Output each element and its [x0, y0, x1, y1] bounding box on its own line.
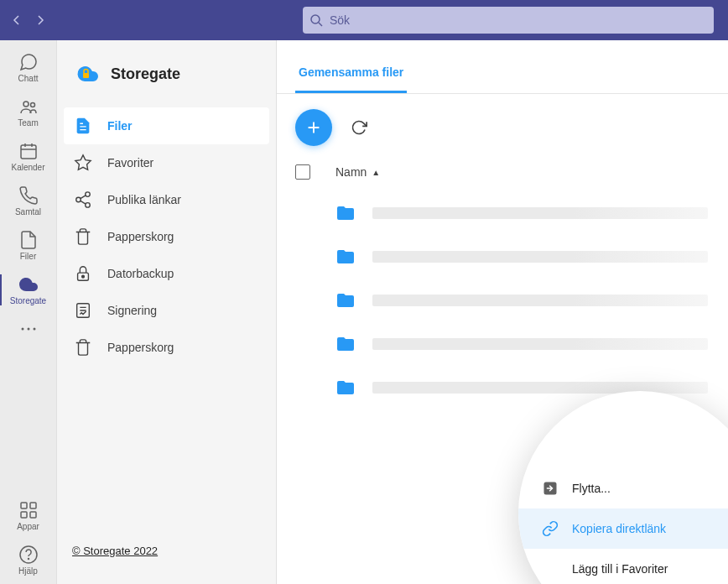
- back-button[interactable]: [7, 10, 27, 30]
- table-header: Namn ▲: [277, 159, 728, 188]
- context-item-label: Lägg till i Favoriter: [572, 562, 668, 576]
- column-name-label: Namn: [335, 165, 367, 179]
- forward-button[interactable]: [30, 10, 50, 30]
- chat-icon: [18, 52, 39, 72]
- context-add-favorite[interactable]: Lägg till i Favoriter: [518, 549, 728, 584]
- rail-storegate[interactable]: Storegate: [0, 269, 56, 314]
- context-move[interactable]: Flytta...: [518, 468, 728, 508]
- rail-team[interactable]: Team: [0, 91, 56, 136]
- phone-icon: [18, 185, 39, 206]
- sidebar-item-label: Papperskorg: [107, 230, 174, 243]
- content-tabs: Gemensamma filer: [277, 40, 728, 94]
- context-copy-link[interactable]: Kopiera direktlänk: [518, 508, 728, 549]
- rail-label: Hjälp: [18, 566, 38, 576]
- svg-point-6: [33, 328, 35, 331]
- search-icon: [309, 13, 323, 27]
- table-row[interactable]: [277, 235, 728, 279]
- add-button[interactable]: [295, 109, 332, 146]
- select-all-checkbox[interactable]: [295, 164, 310, 180]
- rail-calls[interactable]: Samtal: [0, 180, 56, 225]
- search-box[interactable]: [303, 7, 714, 34]
- content-toolbar: [277, 94, 728, 159]
- sidebar-item-trash-2[interactable]: Papperskorg: [64, 329, 269, 366]
- sidebar-item-favorites[interactable]: Favoriter: [64, 144, 269, 181]
- rail-label: Team: [18, 118, 38, 128]
- history-nav: [7, 10, 50, 30]
- svg-rect-13: [83, 73, 89, 78]
- rail-label: Chatt: [18, 74, 39, 83]
- context-item-label: Kopiera direktlänk: [572, 522, 666, 535]
- rail-files[interactable]: Filer: [0, 225, 56, 269]
- svg-point-0: [311, 15, 320, 23]
- table-row[interactable]: [277, 279, 728, 322]
- svg-rect-3: [21, 145, 36, 159]
- file-icon: [18, 230, 39, 250]
- help-icon: [18, 545, 39, 565]
- rail-apps[interactable]: Appar: [0, 495, 56, 540]
- svg-rect-8: [30, 503, 36, 508]
- sidebar-item-label: Publika länkar: [107, 193, 181, 206]
- rail-label: Appar: [17, 522, 39, 531]
- titlebar: [0, 0, 728, 40]
- sidebar-item-files[interactable]: Filer: [64, 107, 269, 144]
- refresh-button[interactable]: [347, 116, 371, 139]
- svg-point-5: [27, 328, 29, 331]
- refresh-icon: [351, 119, 367, 136]
- star-icon: [74, 154, 92, 172]
- rail-more[interactable]: [0, 314, 56, 347]
- rail-chat[interactable]: Chatt: [0, 47, 56, 91]
- sign-icon: [74, 301, 92, 320]
- rail-label: Storegate: [10, 296, 46, 305]
- filename-placeholder: [372, 338, 708, 350]
- lock-icon: [74, 264, 92, 283]
- svg-rect-7: [21, 503, 27, 508]
- svg-point-17: [86, 203, 91, 208]
- sidebar-item-backup[interactable]: Datorbackup: [64, 255, 269, 292]
- table-row[interactable]: [277, 322, 728, 366]
- sort-asc-icon: ▲: [372, 168, 380, 177]
- document-icon: [74, 117, 92, 135]
- folder-icon: [335, 203, 356, 223]
- sidebar-item-label: Favoriter: [107, 156, 153, 169]
- sidebar-item-trash[interactable]: Papperskorg: [64, 218, 269, 255]
- side-panel: Storegate Filer Favoriter Publika länkar…: [57, 40, 277, 584]
- sidebar-item-label: Datorbackup: [107, 267, 174, 280]
- app-rail: Chatt Team Kalender Samtal Filer Storega…: [0, 40, 57, 584]
- svg-point-4: [21, 328, 23, 331]
- rail-calendar[interactable]: Kalender: [0, 136, 56, 180]
- rail-help[interactable]: Hjälp: [0, 540, 56, 584]
- move-icon: [542, 480, 559, 497]
- rail-label: Samtal: [15, 207, 41, 216]
- chevron-left-icon: [10, 13, 23, 27]
- plus-icon: [304, 118, 323, 137]
- sidebar-item-label: Papperskorg: [107, 341, 174, 354]
- share-icon: [74, 190, 92, 209]
- footer-copyright[interactable]: © Storegate 2022: [57, 545, 276, 571]
- cloud-icon: [18, 274, 39, 295]
- folder-icon: [335, 290, 356, 310]
- svg-rect-10: [30, 512, 36, 518]
- svg-point-15: [86, 192, 91, 197]
- sidebar-item-signing[interactable]: Signering: [64, 292, 269, 329]
- rail-label: Filer: [20, 252, 36, 261]
- table-row[interactable]: [277, 191, 728, 235]
- context-item-label: Flytta...: [572, 482, 611, 495]
- search-input[interactable]: [330, 13, 707, 27]
- filename-placeholder: [372, 295, 708, 306]
- trash-icon: [74, 227, 92, 246]
- sidebar-item-label: Signering: [107, 304, 157, 317]
- chevron-right-icon: [34, 13, 47, 27]
- column-name[interactable]: Namn ▲: [335, 165, 380, 179]
- filename-placeholder: [372, 251, 708, 263]
- sidebar-item-label: Filer: [107, 119, 133, 133]
- sidebar-item-public-links[interactable]: Publika länkar: [64, 181, 269, 218]
- more-icon: [18, 319, 39, 339]
- tab-shared-files[interactable]: Gemensamma filer: [295, 59, 407, 93]
- svg-point-16: [76, 197, 81, 202]
- trash-icon: [74, 338, 92, 357]
- storegate-logo-icon: [72, 60, 99, 87]
- svg-point-1: [23, 102, 29, 107]
- svg-marker-14: [75, 155, 91, 169]
- svg-point-12: [28, 559, 29, 560]
- svg-point-19: [82, 275, 85, 278]
